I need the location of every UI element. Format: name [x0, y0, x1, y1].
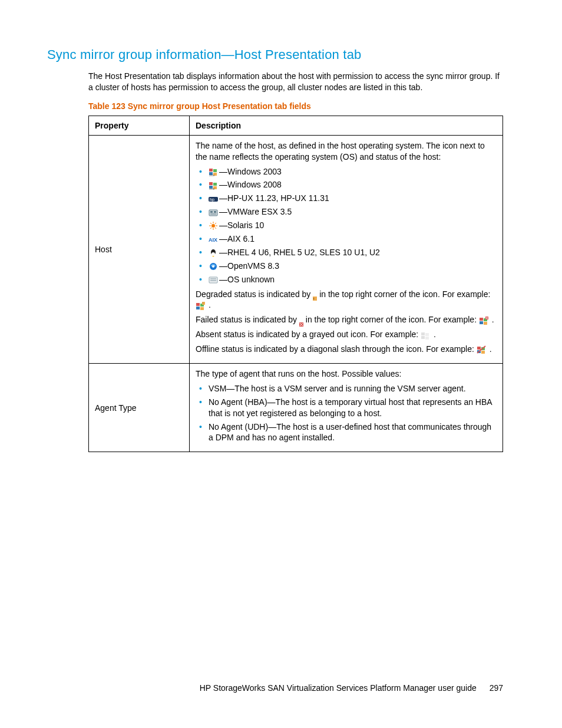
agent-lead-text: The type of agent that runs on the host.…: [196, 368, 497, 380]
openvms-icon: [209, 262, 218, 271]
svg-rect-59: [481, 351, 485, 354]
svg-text:2008: 2008: [209, 187, 215, 190]
list-item: No Agent (HBA)—The host is a temporary v…: [196, 397, 497, 419]
svg-text:AIX: AIX: [209, 237, 217, 243]
table-header-row: Property Description: [89, 116, 503, 135]
svg-rect-55: [425, 337, 429, 340]
svg-line-21: [210, 223, 211, 224]
status-failed-text: Failed status is indicated by in the top…: [196, 314, 497, 325]
page-number: 297: [490, 683, 503, 693]
description-cell-host: The name of the host, as defined in the …: [190, 135, 503, 363]
svg-rect-47: [480, 321, 483, 324]
svg-rect-38: [196, 307, 200, 309]
intro-paragraph: The Host Presentation tab displays infor…: [88, 71, 503, 93]
svg-point-27: [211, 252, 215, 256]
vmware-icon: [209, 209, 218, 217]
svg-marker-28: [212, 256, 214, 257]
solaris-icon: [209, 222, 218, 230]
status-offline-text: Offline status is indicated by a diagona…: [196, 344, 497, 355]
list-item: —OS unknown: [196, 274, 497, 285]
svg-rect-39: [200, 307, 204, 310]
os-label: —OS unknown: [219, 275, 275, 284]
col-description: Description: [190, 116, 503, 135]
svg-rect-56: [477, 347, 481, 350]
status-absent-text: Absent status is indicated by a grayed o…: [196, 329, 497, 340]
os-label: —Windows 2003: [219, 167, 282, 176]
svg-rect-48: [484, 322, 487, 325]
svg-text:hp: hp: [210, 197, 214, 202]
list-item: —RHEL 4 U6, RHEL 5 U2, SLES 10 U1, U2: [196, 247, 497, 258]
os-label: —HP-UX 11.23, HP-UX 11.31: [219, 193, 329, 203]
property-cell-host: Host: [89, 135, 190, 363]
os-label: —VMWare ESX 3.5: [219, 207, 292, 216]
list-item: —Solaris 10: [196, 220, 497, 231]
os-list: 2003 —Windows 2003 2008 —Windows 2008 hp…: [196, 166, 497, 285]
os-label: —AIX 6.1: [219, 234, 254, 243]
svg-rect-53: [425, 333, 429, 336]
svg-rect-14: [214, 211, 216, 213]
list-item: AIX —AIX 6.1: [196, 233, 497, 245]
svg-rect-13: [210, 211, 213, 213]
svg-rect-45: [480, 318, 483, 321]
hpux-icon: hp: [209, 195, 218, 203]
os-label: —OpenVMS 8.3: [219, 261, 279, 271]
table-row: Host The name of the host, as defined in…: [89, 135, 503, 363]
svg-rect-1: [213, 169, 217, 172]
svg-rect-32: [210, 278, 216, 279]
host-presentation-table: Property Description Host The name of th…: [88, 116, 503, 453]
list-item: 2008 —Windows 2008: [196, 179, 497, 190]
degraded-indicator-icon: !: [313, 292, 317, 297]
linux-icon: [209, 249, 218, 257]
svg-line-23: [215, 223, 216, 224]
table-row: Agent Type The type of agent that runs o…: [89, 364, 503, 452]
aix-icon: AIX: [209, 235, 218, 243]
failed-example-icon: [479, 317, 488, 325]
degraded-example-icon: !: [196, 302, 205, 310]
list-item: hp —HP-UX 11.23, HP-UX 11.31: [196, 193, 497, 204]
svg-rect-33: [210, 280, 216, 281]
svg-point-30: [212, 265, 214, 268]
windows-2008-icon: 2008: [209, 182, 218, 190]
agent-list: VSM—The host is a VSM server and is runn…: [196, 383, 497, 443]
status-degraded-text: Degraded status is indicated by ! in the…: [196, 289, 497, 311]
property-cell-agent: Agent Type: [89, 364, 190, 452]
os-label: —Windows 2008: [219, 180, 282, 189]
list-item: VSM—The host is a VSM server and is runn…: [196, 383, 497, 394]
svg-line-22: [215, 228, 216, 229]
list-item: —OpenVMS 8.3: [196, 261, 497, 272]
document-page: Sync mirror group information—Host Prese…: [0, 0, 562, 728]
os-label: —RHEL 4 U6, RHEL 5 U2, SLES 10 U1, U2: [219, 248, 380, 257]
absent-example-icon: [421, 331, 430, 340]
description-cell-agent: The type of agent that runs on the host.…: [190, 364, 503, 452]
os-unknown-icon: [209, 276, 218, 284]
svg-rect-5: [209, 182, 213, 185]
page-footer: HP StorageWorks SAN Virtualization Servi…: [0, 683, 503, 693]
svg-line-24: [210, 228, 211, 229]
list-item: —VMWare ESX 3.5: [196, 206, 497, 218]
footer-title: HP StorageWorks SAN Virtualization Servi…: [200, 683, 477, 693]
section-heading: Sync mirror group information—Host Prese…: [47, 47, 503, 62]
col-property: Property: [89, 116, 190, 135]
svg-rect-52: [421, 332, 425, 335]
host-lead-text: The name of the host, as defined in the …: [196, 140, 497, 163]
list-item: 2003 —Windows 2003: [196, 166, 497, 177]
svg-text:!: !: [203, 302, 203, 305]
svg-rect-0: [209, 169, 213, 172]
svg-rect-6: [213, 183, 217, 186]
table-caption: Table 123 Sync mirror group Host Present…: [88, 101, 503, 111]
svg-rect-54: [421, 336, 425, 339]
windows-2003-icon: 2003: [209, 168, 218, 176]
list-item: No Agent (UDH)—The host is a user-define…: [196, 421, 497, 444]
offline-example-icon: [477, 345, 486, 354]
svg-rect-36: [196, 303, 200, 306]
os-label: —Solaris 10: [219, 220, 264, 230]
svg-rect-15: [210, 213, 216, 215]
svg-point-16: [211, 224, 215, 228]
svg-text:2003: 2003: [209, 174, 215, 176]
failed-indicator-icon: [299, 318, 303, 322]
